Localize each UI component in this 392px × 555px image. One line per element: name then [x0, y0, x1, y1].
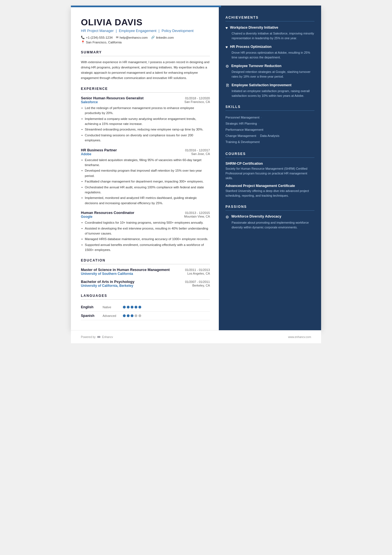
- skill-item-2-0: Performance Management: [225, 128, 263, 131]
- edu-dates-0: 01/2011 - 01/2013: [185, 268, 210, 272]
- page-wrapper: OLIVIA DAVIS HR Project Manager | Employ…: [71, 6, 321, 343]
- exp-bullet-2-1: Assisted in developing the exit intervie…: [81, 226, 210, 236]
- edu-loc-0: Los Angeles, CA: [187, 272, 210, 276]
- summary-section: SUMMARY With extensive experience in HR …: [81, 50, 210, 81]
- lang-dot-0-1: [127, 306, 130, 309]
- achievement-desc-1: Drove HR process optimization at Adobe, …: [225, 50, 314, 60]
- course-desc-0: Society for Human Resource Management (S…: [225, 166, 314, 181]
- achievement-header-3: 🖹Employee Satisfaction Improvement: [225, 83, 314, 88]
- courses-divider: [225, 157, 314, 158]
- lang-name-1: Spanish: [81, 314, 98, 318]
- edu-degree-0: Master of Science in Human Resource Mana…: [81, 268, 170, 272]
- exp-item-1: HR Business Partner 01/2016 - 12/2017 Ad…: [81, 148, 210, 206]
- skill-sep-3-0: ·: [257, 134, 260, 137]
- email-contact: ✉ help@enhancv.com: [116, 36, 148, 39]
- lang-dot-0-2: [131, 306, 133, 309]
- link-icon: 🔗: [151, 36, 155, 39]
- course-item-1: Advanced Project Management CertificateS…: [225, 184, 314, 198]
- achievement-desc-0: Chaired a diversity initiative at Salesf…: [225, 31, 314, 41]
- exp-bullet-0-3: Conducted training sessions on diversity…: [81, 133, 210, 143]
- lang-dots-0: [123, 306, 141, 309]
- achievement-header-0: ♥Workplace Diversity Initiative: [225, 25, 314, 30]
- achievement-title-2: Employee Turnover Reduction: [231, 64, 281, 68]
- resume-footer: Powered by ∞ Enhancv www.enhancv.com: [71, 330, 321, 343]
- achievement-header-2: ⚙Employee Turnover Reduction: [225, 64, 314, 68]
- location-row: 📍 San Francisco, California: [81, 40, 210, 44]
- skills-title: SKILLS: [225, 105, 314, 109]
- exp-bullets-2: Coordinated logistics for 10+ training p…: [81, 220, 210, 252]
- title-sep-2: |: [158, 29, 160, 33]
- exp-dates-0: 01/2018 - 12/2020: [185, 97, 210, 100]
- exp-item-2: Human Resources Coordinator 01/2013 - 12…: [81, 211, 210, 252]
- lang-dot-1-4: [138, 314, 141, 317]
- exp-bullets-1: Executed talent acquisition strategies, …: [81, 157, 210, 206]
- course-item-0: SHRM-CP CertificationSociety for Human R…: [225, 162, 314, 181]
- achievement-header-1: ♥HR Process Optimization: [225, 45, 314, 49]
- course-desc-1: Stanford University offering a deep dive…: [225, 189, 314, 198]
- passion-icon-0: ⚙: [225, 215, 229, 219]
- achievement-icon-3: 🖹: [225, 83, 229, 88]
- course-title-1: Advanced Project Management Certificate: [225, 184, 314, 188]
- exp-company-row-2: Google Mountain View, CA: [81, 215, 210, 219]
- courses-title: COURSES: [225, 152, 314, 156]
- lang-dot-1-2: [131, 314, 133, 317]
- email-value: help@enhancv.com: [120, 36, 148, 39]
- exp-company-row-0: Salesforce San Francisco, CA: [81, 100, 210, 104]
- edu-loc-1: Berkeley, CA: [192, 284, 210, 288]
- exp-company-row-1: Adobe San Jose, CA: [81, 152, 210, 156]
- achievement-item-1: ♥HR Process OptimizationDrove HR process…: [225, 45, 314, 60]
- exp-job-title-1: HR Business Partner: [81, 148, 117, 152]
- skill-line-0: Personnel Management ·: [225, 115, 314, 121]
- achievement-title-0: Workplace Diversity Initiative: [230, 25, 278, 30]
- lang-dot-0-4: [138, 306, 141, 309]
- skill-line-2: Performance Management: [225, 127, 314, 133]
- skill-item-3-1: Data Analysis: [260, 134, 279, 137]
- achievements-title: ACHIEVEMENTS: [225, 16, 314, 19]
- exp-company-0: Salesforce: [81, 100, 98, 104]
- title-part-3: Policy Development: [162, 29, 193, 33]
- exp-header-1: HR Business Partner 01/2016 - 12/2017: [81, 148, 210, 152]
- footer-url: www.enhancv.com: [288, 336, 311, 339]
- skill-line-1: Strategic HR Planning ·: [225, 121, 314, 127]
- achievement-icon-2: ⚙: [225, 64, 229, 68]
- exp-bullet-1-3: Orchestrated the annual HR audit, ensuri…: [81, 185, 210, 195]
- lang-name-0: English: [81, 305, 98, 309]
- languages-title: LANGUAGES: [81, 294, 210, 298]
- exp-item-0: Senior Human Resources Generalist 01/201…: [81, 96, 210, 143]
- candidate-title: HR Project Manager | Employee Engagement…: [81, 29, 210, 33]
- exp-bullet-1-4: Implemented, monitored and analyzed HR m…: [81, 195, 210, 206]
- skill-line-4: Training & Development: [225, 139, 314, 145]
- title-sep-1: |: [116, 29, 118, 33]
- lang-dots-1: [123, 314, 141, 317]
- summary-divider: [81, 56, 210, 56]
- lang-dot-0-3: [135, 306, 137, 309]
- passions-section: PASSIONS ⚙Workforce Diversity AdvocacyPa…: [225, 205, 314, 230]
- skill-item-3-0: Change Management: [225, 134, 256, 137]
- exp-bullet-2-0: Coordinated logistics for 10+ training p…: [81, 220, 210, 225]
- lang-dot-1-1: [127, 314, 130, 317]
- skill-end-sep-1: ·: [257, 122, 259, 125]
- achievement-icon-0: ♥: [225, 26, 228, 30]
- right-column: ACHIEVEMENTS ♥Workplace Diversity Initia…: [219, 7, 321, 330]
- achievement-title-1: HR Process Optimization: [230, 45, 271, 49]
- courses-container: SHRM-CP CertificationSociety for Human R…: [225, 162, 314, 198]
- lang-dot-0-0: [123, 306, 126, 309]
- exp-job-title-2: Human Resources Coordinator: [81, 211, 134, 215]
- courses-section: COURSES SHRM-CP CertificationSociety for…: [225, 152, 314, 198]
- skills-divider: [225, 110, 314, 111]
- exp-bullet-1-0: Executed talent acquisition strategies, …: [81, 157, 210, 168]
- edu-header-0: Master of Science in Human Resource Mana…: [81, 268, 210, 272]
- exp-location-0: San Francisco, CA: [184, 100, 210, 104]
- edu-school-row-1: University of California, Berkeley Berke…: [81, 284, 210, 288]
- location-value: San Francisco, California: [86, 41, 121, 44]
- languages-section: LANGUAGES EnglishNativeSpanishAdvanced: [81, 294, 210, 320]
- education-section: EDUCATION Master of Science in Human Res…: [81, 258, 210, 288]
- languages-container: EnglishNativeSpanishAdvanced: [81, 303, 210, 320]
- exp-bullets-0: Led the redesign of performance manageme…: [81, 105, 210, 143]
- edu-item-0: Master of Science in Human Resource Mana…: [81, 268, 210, 276]
- language-item-1: SpanishAdvanced: [81, 312, 210, 320]
- exp-bullet-0-2: Streamlined onboarding procedures, reduc…: [81, 127, 210, 132]
- phone-contact: 📞 +1-(234)-555-1234: [81, 36, 113, 39]
- passion-title-0: Workforce Diversity Advocacy: [231, 214, 281, 218]
- language-item-0: EnglishNative: [81, 303, 210, 312]
